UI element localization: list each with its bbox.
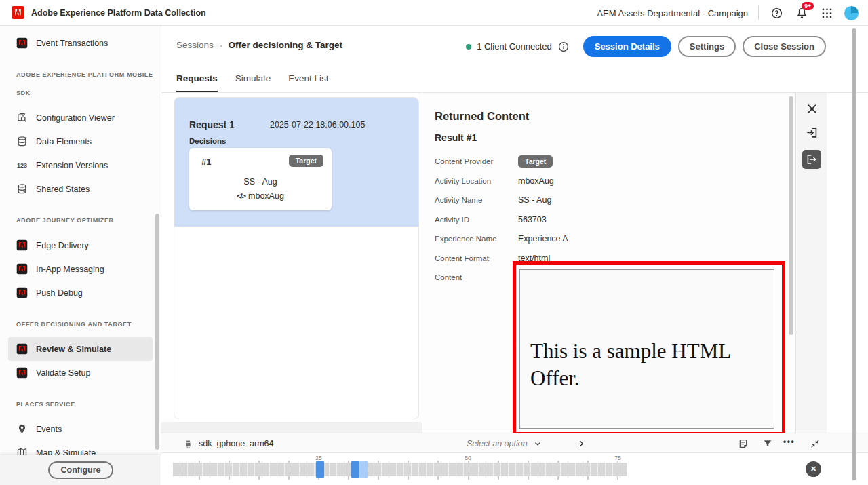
more-options-icon[interactable]: •••	[783, 437, 801, 448]
import-icon[interactable]	[805, 125, 818, 139]
decision-activity-name: SS - Aug	[189, 177, 332, 187]
tab-requests[interactable]: Requests	[176, 73, 218, 92]
device-bar: sdk_gphone_arm64 Select an option •••	[161, 433, 868, 453]
sidebar-footer: Configure	[0, 455, 161, 485]
decision-mbox: </>mboxAug	[189, 191, 332, 201]
configure-button[interactable]: Configure	[48, 461, 113, 479]
request-title: Request 1	[189, 119, 235, 130]
client-status-text: 1 Client Connected	[477, 41, 552, 52]
breadcrumb-separator: ›	[220, 41, 222, 50]
field-row-activity-id: Activity ID563703	[435, 210, 795, 230]
sidebar-item-in-app-messaging[interactable]: In-App Messaging	[8, 257, 153, 281]
close-panel-icon[interactable]	[805, 102, 818, 115]
dismiss-overlay-button[interactable]: ✕	[806, 461, 821, 477]
timeline-bar[interactable]	[173, 463, 627, 476]
field-row-activity-location: Activity LocationmboxAug	[435, 172, 795, 191]
device-info: sdk_gphone_arm64	[183, 433, 274, 454]
adobe-logo-icon	[12, 6, 24, 19]
app-title: Adobe Experience Platform Data Collectio…	[31, 8, 206, 18]
org-selector[interactable]: AEM Assets Departmental - Campaign	[597, 8, 748, 18]
html-offer-frame: This is a sample HTML Offer.	[519, 269, 774, 429]
notes-icon[interactable]	[738, 438, 749, 450]
field-row-content: ContentThis is a sample HTML Offer.	[435, 268, 795, 433]
database-icon	[16, 136, 28, 147]
map-pin-icon	[16, 423, 28, 435]
provider-badge: Target	[289, 155, 323, 167]
field-value: mboxAug	[518, 176, 554, 186]
adobe-app-icon	[16, 37, 28, 49]
adobe-app-icon	[16, 343, 28, 355]
returned-content-panel: Returned Content Result #1 Content Provi…	[423, 93, 795, 433]
adobe-app-icon	[16, 367, 28, 379]
close-session-button[interactable]: Close Session	[743, 36, 826, 57]
content-preview-highlight[interactable]: This is a sample HTML Offer.	[513, 261, 785, 433]
field-label: Experience Name	[435, 235, 518, 243]
sidebar-item-label: Extension Versions	[36, 161, 108, 170]
chevron-right-icon[interactable]	[576, 439, 586, 448]
client-status: 1 Client Connected	[466, 41, 570, 53]
option-dropdown[interactable]: Select an option	[467, 433, 542, 454]
horizontal-scrollbar-track[interactable]	[161, 422, 422, 433]
sidebar: Event TransactionsADOBE EXPERIENCE PLATF…	[0, 26, 161, 485]
one-two-three-icon: 123	[16, 159, 28, 171]
tab-simulate[interactable]: Simulate	[235, 73, 271, 92]
content-area: Request 1 2025-07-22 18:06:00.105 Decisi…	[161, 93, 868, 433]
sidebar-item-event-transactions[interactable]: Event Transactions	[8, 31, 153, 55]
chevron-down-icon	[534, 440, 542, 448]
app-window: Adobe Experience Platform Data Collectio…	[0, 0, 868, 485]
sidebar-item-label: Events	[36, 425, 62, 434]
divider	[758, 6, 759, 20]
dropdown-placeholder: Select an option	[467, 439, 528, 448]
sidebar-item-extension-versions[interactable]: 123Extension Versions	[8, 153, 153, 177]
sidebar-item-label: Validate Setup	[36, 368, 90, 378]
user-avatar[interactable]	[844, 6, 859, 20]
sidebar-item-push-debug[interactable]: Push Debug	[8, 281, 153, 305]
database-shared-icon	[16, 183, 28, 195]
content-provider-badge: Target	[518, 155, 553, 168]
request-item[interactable]: Request 1 2025-07-22 18:06:00.105 Decisi…	[174, 98, 418, 227]
offer-text: This is a sample HTML Offer.	[530, 338, 768, 392]
sidebar-item-shared-states[interactable]: Shared States	[8, 177, 153, 201]
session-details-button[interactable]: Session Details	[583, 36, 671, 57]
page-scrollbar[interactable]	[852, 28, 856, 480]
field-value: SS - Aug	[518, 195, 551, 205]
sidebar-item-events[interactable]: Events	[8, 417, 153, 441]
tab-event-list[interactable]: Event List	[288, 73, 328, 92]
timeline-event-marker[interactable]	[316, 461, 324, 478]
sidebar-item-data-elements[interactable]: Data Elements	[8, 130, 153, 153]
notifications-bell-icon[interactable]: 9+	[794, 5, 809, 20]
sidebar-item-label: Event Transactions	[36, 39, 108, 48]
sidebar-section-header: ADOBE JOURNEY OPTIMIZER	[0, 212, 161, 230]
settings-button[interactable]: Settings	[678, 36, 736, 57]
sidebar-scrollbar[interactable]	[155, 214, 159, 450]
info-icon[interactable]	[557, 41, 570, 53]
help-icon[interactable]	[769, 5, 784, 20]
timeline[interactable]: 255075	[161, 453, 868, 485]
app-switcher-grid-icon[interactable]	[819, 5, 834, 20]
field-value: 563703	[518, 215, 547, 225]
tabs-bar: RequestsSimulateEvent List	[161, 65, 868, 93]
sidebar-item-edge-delivery[interactable]: Edge Delivery	[8, 233, 153, 257]
panel-scrollbar[interactable]	[789, 96, 793, 335]
sidebar-item-label: In-App Messaging	[36, 265, 104, 274]
decision-card[interactable]: #1 Target SS - Aug </>mboxAug	[189, 148, 332, 210]
filter-icon[interactable]	[762, 438, 774, 450]
field-label: Content Format	[435, 254, 518, 263]
sidebar-item-configuration-viewer[interactable]: Configuration Viewer	[8, 106, 153, 130]
breadcrumb-sessions[interactable]: Sessions	[176, 40, 214, 50]
sidebar-item-label: Shared States	[36, 185, 90, 194]
timeline-event-marker[interactable]	[359, 461, 368, 478]
request-list: Request 1 2025-07-22 18:06:00.105 Decisi…	[174, 97, 419, 419]
breadcrumb: Sessions › Offer decisioning & Target	[176, 40, 342, 50]
sidebar-item-validate-setup[interactable]: Validate Setup	[8, 361, 153, 385]
collapse-icon[interactable]	[810, 438, 821, 450]
field-label: Content Provider	[435, 157, 518, 166]
sidebar-item-label: Edge Delivery	[36, 241, 89, 250]
timeline-event-marker[interactable]	[351, 461, 359, 478]
export-icon[interactable]	[802, 150, 821, 169]
adobe-app-icon	[16, 287, 28, 298]
timeline-tick-label: 75	[614, 454, 620, 461]
sidebar-section-header: OFFER DECISIONING AND TARGET	[0, 315, 161, 334]
sidebar-item-review-simulate[interactable]: Review & Simulate	[8, 337, 153, 361]
mbox-name: mboxAug	[248, 191, 284, 201]
